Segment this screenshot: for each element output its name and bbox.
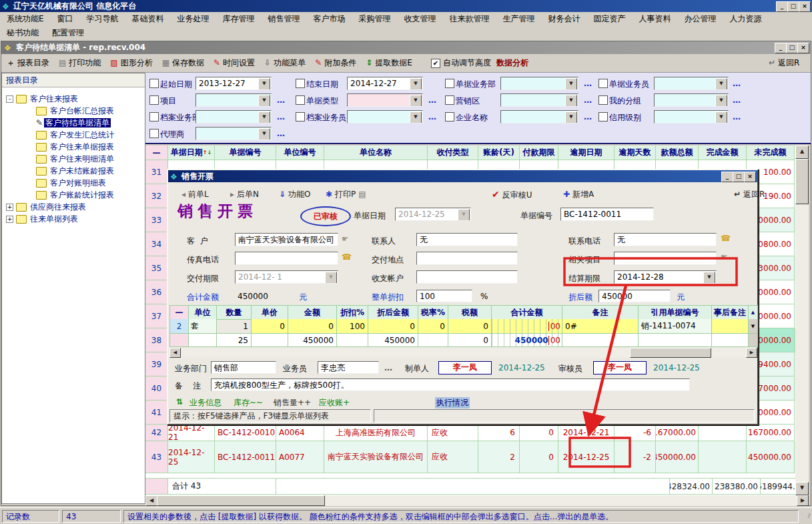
scroll-left-button[interactable]: ◀ (145, 495, 157, 506)
menu-item[interactable]: 人事资料 (633, 12, 678, 26)
picker-hand-icon[interactable]: ☛ (721, 252, 728, 262)
tree-expand-icon[interactable]: + (6, 216, 13, 223)
menu-item[interactable]: 收支管理 (398, 12, 443, 26)
stock-link[interactable]: 库存~~ (234, 397, 263, 409)
filter-checkbox[interactable] (598, 79, 608, 88)
grid-scroll-up[interactable]: ▲ (749, 306, 758, 320)
scroll-down-button[interactable]: ▼ (795, 482, 809, 495)
filter-field[interactable]: ▼ (500, 110, 578, 123)
toolbar-button[interactable]: ⇩功能菜单 (264, 58, 306, 67)
after-discount-field[interactable]: 450000 (598, 290, 671, 302)
deliver-field[interactable]: 2014-12- 1▼ (235, 270, 338, 284)
dropdown-button[interactable]: ▼ (565, 111, 577, 123)
fax-field[interactable] (235, 252, 338, 265)
child-close-button[interactable]: × (797, 43, 809, 53)
dropdown-button[interactable]: ▼ (258, 128, 270, 140)
menu-item[interactable]: 学习导航 (80, 12, 125, 26)
more-button[interactable]: … (277, 129, 286, 138)
tree-item[interactable]: 客户往来明细清单 (2, 153, 145, 165)
more-button[interactable]: … (277, 112, 286, 121)
dropdown-button[interactable]: ▼ (565, 95, 577, 107)
filter-field[interactable]: ▼ (654, 93, 729, 107)
dialog-minimize-button[interactable]: _ (721, 172, 733, 182)
dialog-close-button[interactable]: × (744, 172, 756, 182)
data-analysis-button[interactable]: 数据分析 (496, 54, 528, 71)
more-button[interactable]: … (584, 79, 592, 88)
resize-grip[interactable]: ⫽ (808, 512, 811, 520)
filter-field[interactable]: ▼ (654, 77, 729, 90)
dropdown-button[interactable]: ▼ (458, 209, 470, 221)
dropdown-button[interactable]: ▼ (258, 111, 270, 123)
filter-field[interactable]: ▼ (195, 110, 272, 123)
filter-field[interactable]: ▼ (347, 110, 423, 123)
tree-expand-icon[interactable]: - (6, 95, 13, 103)
column-header[interactable]: 单据日期↑↓ (168, 146, 215, 160)
toolbar-button[interactable]: ▨图形分析 (110, 58, 152, 67)
prev-doc-button[interactable]: ◂前单L (181, 188, 209, 200)
filter-field[interactable]: ▼ (195, 93, 272, 107)
column-header[interactable]: 账龄(天) (478, 146, 520, 160)
contact-field[interactable]: 无 (416, 233, 518, 246)
tree-item[interactable]: +供应商往来报表 (2, 201, 145, 213)
filter-checkbox[interactable] (149, 129, 159, 138)
next-doc-button[interactable]: ▸后单N (230, 188, 259, 200)
menu-item[interactable]: 人力资源 (723, 12, 769, 26)
column-header[interactable]: 未完成额 (747, 146, 795, 160)
doc-no-field[interactable]: BC-1412-0011 (560, 208, 654, 221)
menu-item[interactable]: 采购管理 (352, 12, 398, 26)
scroll-left-button[interactable]: ◀ (169, 348, 181, 358)
filter-checkbox[interactable] (598, 112, 608, 121)
menu-item[interactable]: 客户市场 (307, 12, 352, 26)
autofit-checkbox[interactable]: ✔ (431, 59, 440, 68)
note-field[interactable]: 充填机按800型生产，标牌按500打。 (211, 378, 690, 391)
discount-field[interactable]: 100 (416, 290, 472, 302)
filter-checkbox[interactable] (598, 95, 608, 105)
column-header[interactable]: 单据编号 (215, 146, 276, 160)
column-header[interactable]: 逾期天数 (615, 146, 656, 160)
more-button[interactable]: … (733, 112, 741, 121)
place-field[interactable] (416, 252, 518, 265)
more-button[interactable]: … (733, 79, 741, 88)
menu-item[interactable]: 办公管理 (678, 12, 723, 26)
more-button[interactable]: … (584, 95, 592, 105)
menu-item[interactable]: 配置管理 (45, 26, 91, 40)
minimize-button[interactable]: _ (776, 1, 788, 12)
toolbar-button[interactable]: ▦保存数据 (162, 58, 204, 67)
column-header[interactable]: 款额总额 (656, 146, 699, 160)
menu-item[interactable]: 库存管理 (216, 12, 262, 26)
filter-field[interactable]: 2014-12-27▼ (347, 77, 423, 90)
more-button[interactable]: … (584, 112, 592, 121)
dialog-return-button[interactable]: ↵返回R (734, 188, 765, 200)
scroll-up-button[interactable]: ▲ (795, 146, 809, 159)
scroll-thumb[interactable] (157, 495, 325, 506)
picker-hand-icon[interactable]: ☛ (342, 234, 349, 244)
scroll-right-button[interactable]: ▶ (797, 495, 809, 506)
filter-checkbox[interactable] (149, 95, 159, 105)
menu-item[interactable]: 业务处理 (171, 12, 216, 26)
tree-item[interactable]: 客户台帐汇总报表 (2, 105, 145, 117)
business-info-link[interactable]: 业务信息 (189, 397, 222, 409)
tree-item[interactable]: 客户发生汇总统计 (2, 129, 145, 141)
filter-field[interactable]: ▼ (500, 93, 578, 107)
menu-item[interactable]: 生产管理 (496, 12, 542, 26)
dropdown-button[interactable]: ▼ (410, 95, 422, 107)
tree-item[interactable]: -客户往来报表 (2, 93, 145, 105)
toolbar-button[interactable]: ＋报表目录 (7, 58, 49, 67)
scroll-thumb[interactable] (795, 159, 809, 204)
unaudit-button[interactable]: ✔反审核U (492, 188, 532, 200)
table-row[interactable]: 42 2014-12-21 BC-1412-0010 A0064 上海高准医药有… (145, 425, 795, 441)
toolbar-button[interactable]: ✎时间设置 (214, 58, 255, 67)
table-row[interactable]: 43 2014-12-25 BC-1412-0011 A0077 南宁蓝天实验设… (145, 441, 795, 473)
more-button[interactable]: … (384, 363, 393, 372)
filter-field[interactable]: ▼ (654, 110, 729, 123)
more-button[interactable]: … (428, 112, 437, 121)
child-minimize-button[interactable]: _ (775, 43, 787, 53)
column-header[interactable]: 收付类型 (428, 146, 478, 160)
add-new-button[interactable]: ✚新增A (563, 188, 594, 200)
dropdown-button[interactable]: ▼ (258, 78, 270, 90)
toolbar-button[interactable]: ✎附加条件 (315, 58, 356, 67)
filter-checkbox[interactable] (445, 79, 454, 88)
dropdown-button[interactable]: ▼ (565, 78, 577, 90)
detail-grid-row[interactable]: 2 套 1 0 0 100 0 0 0 00 0# 销-1411-0074 ▼ (169, 319, 758, 334)
toolbar-button[interactable]: ⇕提取数据E (366, 58, 412, 67)
